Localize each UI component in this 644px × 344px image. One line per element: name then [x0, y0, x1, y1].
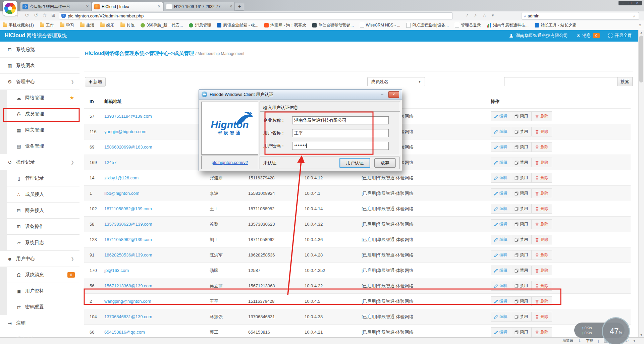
disable-button[interactable]: 禁用	[511, 173, 532, 183]
cell-email-link[interactable]: 13937551184@139.com	[104, 114, 152, 119]
disable-button[interactable]: 禁用	[511, 327, 532, 337]
tab-close-icon[interactable]: ✕	[86, 4, 89, 9]
address-field[interactable]: ✓ plc.hignton.com/V2/admin-member.php	[59, 12, 453, 19]
refresh-icon[interactable]: ⟳	[23, 12, 31, 18]
sidebar-item-操作记录[interactable]: ↺操作记录❯	[0, 154, 79, 170]
edit-button[interactable]: 编辑	[491, 296, 511, 306]
page-scrollbar[interactable]: ▲ ▼	[638, 30, 644, 337]
close-window-button[interactable]: ✕	[636, 1, 639, 5]
delete-button[interactable]: 删除	[531, 111, 552, 121]
statusbar-caret-icon[interactable]: ▾	[633, 339, 635, 343]
caret-icon[interactable]: ▾	[492, 13, 494, 18]
disable-button[interactable]: 禁用	[511, 266, 532, 275]
acceleration-ball[interactable]: 47 %	[602, 317, 630, 344]
delete-button[interactable]: 删除	[531, 219, 552, 229]
sidebar-item-网关管理[interactable]: ▦网关管理	[7, 122, 79, 138]
delete-button[interactable]: 删除	[531, 158, 552, 167]
cell-email-link[interactable]: 12457	[104, 160, 116, 165]
company-menu[interactable]: 湖南华辰智通科技有限公司	[509, 33, 568, 39]
sidebar-item-系统公告[interactable]: ▶系统公告	[0, 331, 79, 337]
bookmark-item[interactable]: WiseCRM NBS - ...	[360, 23, 400, 28]
sidebar-item-设备管理[interactable]: ▤设备管理	[7, 138, 79, 154]
sidebar-item-系统图表[interactable]: ▥系统图表	[0, 58, 79, 74]
field-input[interactable]: 王平	[292, 129, 389, 137]
disable-button[interactable]: 禁用	[511, 127, 532, 136]
edit-button[interactable]: 编辑	[491, 312, 511, 322]
dialog-close-button[interactable]: ✕	[388, 91, 399, 98]
apps-icon[interactable]: ⊞	[50, 12, 57, 18]
sidebar-item-用户中心[interactable]: ☻用户中心❯	[0, 251, 79, 267]
dialog-minimize-button[interactable]: –	[378, 92, 386, 97]
bookmark-item[interactable]: PLC远程监控|设备...	[406, 22, 448, 28]
bookmark-item[interactable]: 站长工具 - 站长之家	[535, 22, 577, 28]
browser-tab[interactable]: HiCloud | Index✕	[92, 2, 163, 11]
edit-button[interactable]: 编辑	[491, 142, 511, 152]
sidebar-item-成员接入[interactable]: ∴成员接入	[7, 186, 79, 203]
delete-button[interactable]: 删除	[531, 204, 552, 214]
search-button[interactable]: 搜索	[617, 77, 633, 86]
bookmark-item[interactable]: 学习	[60, 22, 74, 28]
delete-button[interactable]: 删除	[531, 173, 552, 183]
cell-email-link[interactable]: 18711058982@139.com	[104, 206, 152, 211]
field-input[interactable]: 湖南华辰智通科技有限公司	[292, 116, 389, 124]
cell-email-link[interactable]: 15866020699@163.com	[104, 145, 152, 150]
new-tab-button[interactable]: +	[235, 3, 244, 11]
scroll-down-icon[interactable]: ▼	[639, 333, 644, 337]
disable-button[interactable]: 禁用	[511, 158, 532, 167]
field-input[interactable]: *******	[292, 142, 389, 150]
zoom-icon[interactable]: ⌕	[466, 12, 469, 18]
bookmark-item[interactable]: 淘宝网 - 淘！我喜欢	[264, 22, 306, 28]
sidebar-item-设备操作[interactable]: ⊞设备操作	[7, 219, 79, 235]
cell-email-link[interactable]: 654153816@qq.com	[104, 330, 145, 335]
edit-button[interactable]: 编辑	[491, 204, 511, 214]
edit-button[interactable]: 编辑	[491, 111, 511, 121]
sidebar-item-系统总览[interactable]: ⊡系统总览	[0, 42, 79, 58]
bookmark-item[interactable]: 生活	[80, 22, 94, 28]
delete-button[interactable]: 删除	[531, 235, 552, 244]
sidebar-item-网络管理[interactable]: ☁网络管理★	[7, 90, 79, 106]
disable-button[interactable]: 禁用	[511, 296, 532, 306]
sidebar-item-系统消息[interactable]: Ω系统消息0	[7, 267, 79, 283]
tab-close-icon[interactable]: ✕	[158, 4, 161, 9]
bolt-icon[interactable]: ⚡	[474, 13, 477, 18]
edit-button[interactable]: 编辑	[491, 219, 511, 229]
disable-button[interactable]: 禁用	[511, 142, 532, 152]
accelerator-label[interactable]: 加速器	[562, 338, 573, 343]
edit-button[interactable]: 编辑	[491, 173, 511, 183]
minimize-window-button[interactable]: ─	[622, 1, 624, 5]
sidebar-item-成员管理[interactable]: ⁂成员管理	[7, 106, 79, 122]
edit-button[interactable]: 编辑	[491, 266, 511, 275]
bookmark-item[interactable]: 360导航_新一代安...	[141, 22, 183, 28]
disable-button[interactable]: 禁用	[511, 111, 532, 121]
fullscreen-button[interactable]: 开启全屏	[608, 33, 632, 39]
search-go-icon[interactable]: ⌕	[633, 14, 635, 18]
disable-button[interactable]: 禁用	[511, 281, 532, 291]
scroll-up-icon[interactable]: ▲	[639, 31, 644, 34]
add-member-button[interactable]: ✚新增	[85, 77, 106, 87]
disable-button[interactable]: 禁用	[511, 312, 532, 322]
bookmark-item[interactable]: 消息管理	[189, 22, 211, 28]
disable-button[interactable]: 禁用	[511, 235, 532, 244]
edit-button[interactable]: 编辑	[491, 158, 511, 167]
cell-email-link[interactable]: yangjin@hignton.com	[104, 129, 146, 134]
edit-button[interactable]: 编辑	[491, 281, 511, 291]
history-icon[interactable]: ↺	[32, 12, 40, 18]
bookmark-item[interactable]: 腾讯企业邮箱 - 收...	[217, 22, 258, 28]
edit-button[interactable]: 编辑	[491, 127, 511, 136]
browser-logo[interactable]	[3, 1, 17, 16]
disable-button[interactable]: 禁用	[511, 188, 532, 198]
download-label[interactable]: 下载	[586, 338, 593, 343]
delete-button[interactable]: 删除	[531, 312, 552, 322]
delete-button[interactable]: 删除	[531, 281, 552, 291]
sidebar-item-用户资料[interactable]: ▣用户资料	[7, 283, 79, 299]
cell-email-link[interactable]: 15671213368@139.com	[104, 283, 152, 288]
delete-button[interactable]: 删除	[531, 250, 552, 260]
edit-button[interactable]: 编辑	[491, 188, 511, 198]
disable-button[interactable]: 禁用	[511, 219, 532, 229]
sidebar-item-注销[interactable]: ⇥注销	[0, 315, 79, 331]
delete-button[interactable]: 删除	[531, 142, 552, 152]
tab-close-icon[interactable]: ✕	[229, 4, 232, 9]
bookmark-item[interactable]: 手机收藏夹(1)	[3, 22, 34, 28]
star-icon[interactable]: ☆	[482, 13, 486, 18]
abandon-button[interactable]: 放弃	[374, 158, 396, 168]
